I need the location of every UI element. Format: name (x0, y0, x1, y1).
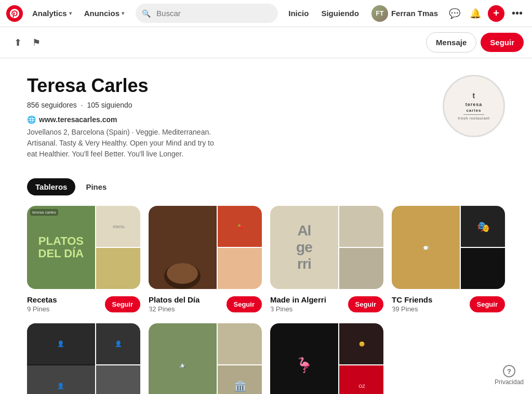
board-algerri-title: Made in Algerri (270, 295, 326, 304)
user-name: Ferran Tmas (391, 9, 438, 18)
tab-tableros[interactable]: Tableros (27, 178, 75, 195)
website-link[interactable]: www.teresacarles.com (39, 115, 117, 124)
follow-button[interactable]: Seguir (481, 33, 524, 52)
board-tc-friends-follow[interactable]: Seguir (470, 296, 505, 312)
privacy-corner: ? Privacidad (495, 365, 524, 386)
siguiendo-link[interactable]: Siguiendo (317, 6, 363, 21)
profile-tabs: Tableros Pines (27, 178, 505, 195)
board-platos-footer: Platos del Día 32 Pines Seguir (149, 293, 262, 315)
board-tc-friends[interactable]: 🍽️ 🎭 TC Friends 39 Pines Seguir (392, 206, 505, 315)
board-we-love[interactable]: 🦩 😊 OZ We Love Our Neighb... 8 Pines Seg… (270, 323, 383, 394)
board-platos-count: 32 Pines (149, 305, 200, 313)
user-avatar-wrap[interactable]: FT Ferran Tmas (367, 3, 442, 24)
anuncios-chevron: ▾ (122, 10, 124, 16)
nav-links: Analytics ▾ Anuncios ▾ (27, 6, 129, 21)
board-tc-friends-count: 39 Pines (392, 305, 432, 313)
board-algerri-footer: Made in Algerri 3 Pines Seguir (270, 293, 383, 315)
plus-icon: + (493, 7, 499, 19)
board-origins[interactable]: 🏔️ 🏛️ Origins 7 Pines Seguir (149, 323, 262, 394)
anuncios-nav[interactable]: Anuncios ▾ (79, 6, 129, 21)
profile-bio: Jovellanos 2, Barcelona (Spain) · Veggie… (27, 127, 224, 160)
stats-separator: · (81, 101, 83, 109)
more-options-button[interactable]: ••• (509, 7, 526, 19)
profile-avatar: t teresa carles fresh restaurant (443, 75, 505, 137)
board-platos[interactable]: 🍓 Platos del Día 32 Pines Seguir (149, 206, 262, 315)
board-algerri[interactable]: Algerri Made in Algerri 3 Pines Seguir (270, 206, 383, 315)
board-algerri-follow[interactable]: Seguir (348, 296, 383, 312)
board-recetas-footer: Recetas 9 Pines Seguir (27, 293, 140, 315)
followers-count: 856 seguidores (27, 101, 77, 109)
tabs-section: Tableros Pines (17, 170, 515, 195)
board-platos-follow[interactable]: Seguir (227, 296, 262, 312)
user-avatar: FT (371, 5, 388, 22)
top-navigation: Analytics ▾ Anuncios ▾ 🔍 Inicio Siguiend… (0, 0, 532, 27)
chat-button[interactable]: 💬 (446, 5, 463, 22)
notifications-button[interactable]: 🔔 (467, 5, 484, 22)
following-count: 105 siguiendo (87, 101, 132, 109)
location-text: Jovellanos 2, Barcelona (Spain) (27, 128, 130, 136)
globe-icon: 🌐 (27, 115, 36, 124)
search-bar: 🔍 (136, 4, 278, 23)
flag-button[interactable]: ⚑ (27, 33, 46, 52)
board-famous-veggies[interactable]: 👤 👤 👤 Famous Veggies 34 Pines Seguir (27, 323, 140, 394)
anuncios-label: Anuncios (84, 9, 119, 18)
help-button[interactable]: ? (503, 365, 515, 377)
upload-button[interactable]: ⬆ (8, 33, 27, 52)
board-recetas[interactable]: PLATOSDEL DÍA teresa carles menu Recetas… (27, 206, 140, 315)
board-tc-friends-title: TC Friends (392, 295, 432, 304)
profile-stats: 856 seguidores · 105 siguiendo (27, 101, 426, 109)
analytics-nav[interactable]: Analytics ▾ (27, 6, 77, 21)
profile-website: 🌐 www.teresacarles.com (27, 115, 426, 124)
profile-section: Teresa Carles 856 seguidores · 105 sigui… (17, 58, 515, 170)
search-icon: 🔍 (142, 9, 151, 18)
profile-name: Teresa Carles (27, 75, 426, 97)
privacy-label: Privacidad (495, 378, 524, 386)
inicio-link[interactable]: Inicio (284, 6, 313, 21)
analytics-label: Analytics (32, 9, 67, 18)
board-algerri-count: 3 Pines (270, 305, 326, 313)
boards-section: PLATOSDEL DÍA teresa carles menu Recetas… (17, 195, 515, 394)
pinterest-logo[interactable] (6, 5, 23, 22)
analytics-chevron: ▾ (69, 10, 72, 16)
tab-pines[interactable]: Pines (77, 178, 115, 195)
board-recetas-title: Recetas (27, 295, 57, 304)
search-input[interactable] (136, 4, 278, 23)
board-platos-title: Platos del Día (149, 295, 200, 304)
profile-info: Teresa Carles 856 seguidores · 105 sigui… (27, 75, 426, 170)
board-tc-friends-footer: TC Friends 39 Pines Seguir (392, 293, 505, 315)
plus-button[interactable]: + (488, 5, 504, 22)
profile-avatar-container: t teresa carles fresh restaurant (443, 75, 505, 137)
nav-right: Inicio Siguiendo FT Ferran Tmas 💬 🔔 + ••… (284, 3, 526, 24)
boards-grid: PLATOSDEL DÍA teresa carles menu Recetas… (27, 206, 505, 394)
profile-actions-bar: ⬆ ⚑ Mensaje Seguir (0, 27, 532, 58)
board-recetas-count: 9 Pines (27, 305, 57, 313)
message-button[interactable]: Mensaje (426, 32, 476, 52)
board-recetas-follow[interactable]: Seguir (105, 296, 140, 312)
